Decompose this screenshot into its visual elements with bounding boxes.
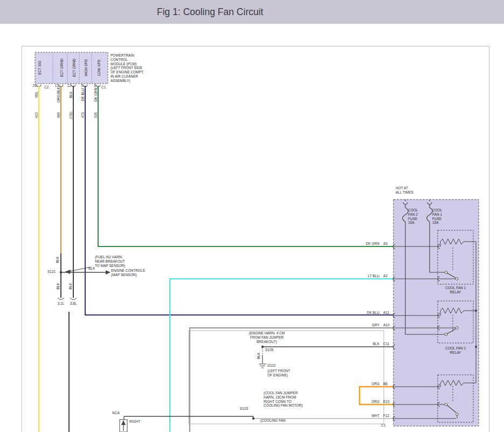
pin-id: B6 (383, 382, 388, 386)
pin-id: E10 (383, 400, 390, 404)
wire-circuit-number: 2761 (69, 94, 73, 137)
rail-junction-dot-1 (475, 310, 477, 312)
pcm-pin-label: LOW SPD (97, 46, 101, 90)
nca-label: NCA (112, 411, 120, 415)
wire-dkgrn-low-spd (98, 86, 393, 246)
wire-dkblu-high-spd (85, 86, 393, 315)
pin-wire-color: DK GRN (346, 242, 379, 246)
relay-label: COOL FAN 2 RELAY (437, 346, 474, 355)
fan-jumper-note: (COOL FAN JUMPER HARN, 15CM FROM RIGHT C… (264, 391, 302, 408)
relay-2-out-contact (455, 327, 458, 330)
pcm-connector-id: C2 (44, 85, 49, 90)
relay-3-out-contact (456, 413, 459, 416)
s105-splice-label: S105 (265, 348, 273, 352)
cooling-fan-label: (COOLING FAN (260, 419, 286, 423)
figure-title: Fig 1: Cooling Fan Circuit (157, 6, 263, 18)
power-note: HOT AT ALL TIMES (396, 186, 413, 195)
wire-circuit-number: 469 (57, 94, 60, 137)
s103-splice-dot (252, 417, 254, 420)
pcm-pin-label: ECT GRND (72, 46, 76, 90)
wire-circuit-number: 335 (94, 94, 98, 137)
engine-variant-braces (58, 298, 77, 300)
wire-circuit-number: 410 (34, 94, 38, 137)
map-sensor-target: ENGINE CONTROLS (MAP SENSOR) (111, 269, 145, 277)
pcm-pin-label: ECT GRND (60, 46, 64, 90)
map-sensor-arrowhead (106, 270, 111, 275)
pin-id: A11 (383, 311, 389, 315)
rail-junction-dot-2 (475, 346, 477, 348)
pin-id: F12 (383, 414, 389, 418)
wire-circuit-number: 473 (81, 94, 85, 137)
relay-1-out-contact (455, 278, 458, 280)
right-fan-label: RIGHT (129, 420, 140, 424)
pin-wire-color: ORG (346, 382, 379, 386)
s121-splice-dot (60, 271, 63, 274)
s121-splice-label: S121 (47, 270, 56, 274)
pin-id: A3 (383, 242, 388, 246)
relay-label: COOL FAN 1 RELAY (437, 286, 474, 294)
s103-splice-label: S103 (240, 407, 248, 411)
pin-wire-color: LT BLU (346, 274, 379, 278)
pin-wire-color: DK BLU (346, 311, 379, 315)
g110-ground-label: G110 (267, 364, 275, 368)
s121-wire-color: BLK (88, 266, 95, 271)
fuse-label: COOL FAN 2 FUSE 15A (408, 208, 418, 225)
pcm-description: POWERTRAIN CONTROL MODULE (PCM) (LEFT FR… (111, 53, 144, 83)
pin-wire-color: BLK (346, 342, 379, 346)
pin-id: C11 (383, 342, 389, 346)
relay-panel-box (393, 200, 479, 426)
pcm-connector-id: C1 (101, 85, 106, 90)
engine-harness-note: (ENGINE HARN, 4 CM FROM FAN JUMPER BREAK… (245, 331, 288, 344)
pcm-pin-label: ECT SIG (38, 46, 42, 90)
fuel-inj-harness-note: (FUEL INJ HARN, NEAR BREAKOUT TO MAP SEN… (95, 255, 125, 268)
pin-wire-color: WHT (346, 414, 379, 418)
fuse-label: COOL FAN 1 FUSE 15A (432, 208, 442, 225)
pin-wire-color: GRY (346, 323, 379, 327)
pin-id: A10 (383, 323, 390, 327)
blk-wire-label: BLK (257, 334, 260, 378)
engine-variant-label: 3.8L (65, 301, 81, 306)
figure-header: Fig 1: Cooling Fan Circuit (0, 0, 504, 24)
pin-id: A2 (383, 274, 388, 278)
pin-wire-color: ORG (346, 400, 379, 404)
pcm-pin-label: HIGH SPD (84, 46, 88, 90)
fan-connector-id: C1 (381, 423, 385, 428)
wire-ltblu-fan (170, 279, 393, 432)
s105-splice-dot (261, 346, 264, 348)
ground-location: (LEFT FRONT OF ENGINE) (267, 369, 290, 378)
